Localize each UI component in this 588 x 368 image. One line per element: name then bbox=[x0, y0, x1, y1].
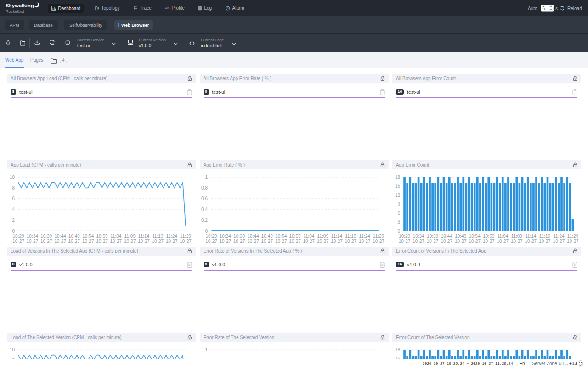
svg-text:11:14: 11:14 bbox=[138, 234, 150, 239]
svg-text:11:24: 11:24 bbox=[166, 234, 178, 239]
svg-text:10:49: 10:49 bbox=[68, 234, 80, 239]
svg-text:10:39: 10:39 bbox=[427, 234, 438, 239]
svg-text:10:34: 10:34 bbox=[219, 234, 231, 239]
svg-text:10-27: 10-27 bbox=[205, 239, 217, 244]
svg-text:4: 4 bbox=[12, 207, 15, 212]
svg-text:10-27: 10-27 bbox=[358, 239, 370, 244]
svg-text:11:14: 11:14 bbox=[331, 234, 342, 239]
svg-text:10:29: 10:29 bbox=[12, 234, 24, 239]
svg-text:10:39: 10:39 bbox=[233, 234, 245, 239]
svg-text:0: 0 bbox=[205, 229, 208, 234]
svg-text:11:29: 11:29 bbox=[180, 234, 192, 239]
svg-text:10:49: 10:49 bbox=[455, 234, 466, 239]
svg-text:11:19: 11:19 bbox=[152, 234, 164, 239]
svg-text:2: 2 bbox=[12, 218, 15, 223]
svg-text:10-27: 10-27 bbox=[152, 239, 164, 244]
svg-text:10:44: 10:44 bbox=[247, 234, 259, 239]
svg-text:0.6: 0.6 bbox=[201, 196, 208, 201]
svg-text:10-27: 10-27 bbox=[539, 239, 551, 244]
svg-text:10-27: 10-27 bbox=[331, 239, 343, 244]
svg-text:10-27: 10-27 bbox=[317, 239, 328, 244]
svg-text:10:59: 10:59 bbox=[483, 234, 494, 239]
svg-text:10-27: 10-27 bbox=[40, 239, 52, 244]
svg-text:10-27: 10-27 bbox=[138, 239, 150, 244]
svg-text:10-27: 10-27 bbox=[233, 239, 245, 244]
svg-text:10-27: 10-27 bbox=[110, 239, 122, 244]
svg-text:11:24: 11:24 bbox=[553, 234, 565, 239]
svg-text:10-27: 10-27 bbox=[54, 239, 66, 244]
svg-text:10-27: 10-27 bbox=[455, 239, 467, 244]
svg-text:10-27: 10-27 bbox=[68, 239, 80, 244]
svg-text:10-27: 10-27 bbox=[483, 239, 495, 244]
svg-text:11:29: 11:29 bbox=[373, 234, 384, 239]
svg-text:10:59: 10:59 bbox=[289, 234, 300, 239]
svg-text:15: 15 bbox=[395, 184, 401, 189]
svg-text:10-27: 10-27 bbox=[413, 239, 424, 244]
svg-text:1: 1 bbox=[205, 347, 208, 352]
svg-text:11:29: 11:29 bbox=[567, 234, 579, 239]
svg-text:10-27: 10-27 bbox=[553, 239, 565, 244]
svg-text:6: 6 bbox=[397, 211, 400, 216]
svg-text:10:49: 10:49 bbox=[261, 234, 272, 239]
svg-text:10-27: 10-27 bbox=[567, 239, 579, 244]
svg-text:10-27: 10-27 bbox=[289, 239, 301, 244]
svg-text:11:09: 11:09 bbox=[511, 234, 523, 239]
svg-text:11:09: 11:09 bbox=[124, 234, 136, 239]
svg-text:10:54: 10:54 bbox=[469, 234, 481, 239]
svg-text:10-27: 10-27 bbox=[247, 239, 259, 244]
svg-text:0.8: 0.8 bbox=[201, 185, 208, 190]
svg-text:10-27: 10-27 bbox=[166, 239, 178, 244]
svg-text:10-27: 10-27 bbox=[345, 239, 356, 244]
svg-text:10: 10 bbox=[10, 175, 15, 180]
svg-text:10-27: 10-27 bbox=[497, 239, 509, 244]
svg-text:6: 6 bbox=[12, 196, 15, 201]
svg-text:10-27: 10-27 bbox=[469, 239, 481, 244]
svg-text:10-27: 10-27 bbox=[261, 239, 273, 244]
svg-text:10:54: 10:54 bbox=[82, 234, 94, 239]
svg-text:10-27: 10-27 bbox=[12, 239, 24, 244]
svg-text:10-27: 10-27 bbox=[303, 239, 315, 244]
svg-text:0: 0 bbox=[397, 229, 400, 234]
svg-text:3: 3 bbox=[397, 219, 400, 224]
svg-text:11:24: 11:24 bbox=[359, 234, 370, 239]
svg-text:10: 10 bbox=[10, 347, 15, 352]
svg-text:18: 18 bbox=[395, 175, 401, 180]
svg-text:10-27: 10-27 bbox=[427, 239, 439, 244]
svg-text:10-27: 10-27 bbox=[27, 239, 39, 244]
svg-text:10-27: 10-27 bbox=[82, 239, 94, 244]
svg-text:12: 12 bbox=[395, 193, 401, 198]
svg-text:10-27: 10-27 bbox=[373, 239, 384, 244]
svg-text:11:19: 11:19 bbox=[345, 234, 356, 239]
svg-text:11:04: 11:04 bbox=[497, 234, 509, 239]
svg-text:11:04: 11:04 bbox=[303, 234, 315, 239]
svg-text:18: 18 bbox=[395, 347, 401, 352]
svg-text:10-27: 10-27 bbox=[525, 239, 537, 244]
svg-text:10-27: 10-27 bbox=[275, 239, 287, 244]
svg-text:11:09: 11:09 bbox=[317, 234, 328, 239]
svg-text:11:14: 11:14 bbox=[525, 234, 537, 239]
svg-text:10:34: 10:34 bbox=[27, 234, 38, 239]
svg-text:10:59: 10:59 bbox=[96, 234, 107, 239]
svg-text:10:29: 10:29 bbox=[205, 234, 217, 239]
svg-text:10:39: 10:39 bbox=[40, 234, 52, 239]
svg-text:11:19: 11:19 bbox=[539, 234, 551, 239]
svg-text:0.4: 0.4 bbox=[201, 207, 208, 212]
svg-text:0: 0 bbox=[12, 229, 15, 234]
svg-text:9: 9 bbox=[397, 201, 400, 207]
svg-text:10-27: 10-27 bbox=[511, 239, 523, 244]
svg-text:10-27: 10-27 bbox=[441, 239, 452, 244]
svg-text:10-27: 10-27 bbox=[219, 239, 231, 244]
svg-text:11:04: 11:04 bbox=[110, 234, 122, 239]
svg-text:10:29: 10:29 bbox=[399, 234, 410, 239]
svg-text:0.2: 0.2 bbox=[201, 218, 208, 223]
svg-text:10:44: 10:44 bbox=[54, 234, 66, 239]
svg-text:10:44: 10:44 bbox=[441, 234, 452, 239]
svg-text:10-27: 10-27 bbox=[124, 239, 136, 244]
svg-text:10:34: 10:34 bbox=[413, 234, 424, 239]
svg-text:10-27: 10-27 bbox=[180, 239, 192, 244]
svg-text:8: 8 bbox=[12, 185, 15, 190]
svg-text:10-27: 10-27 bbox=[399, 239, 411, 244]
svg-text:10:54: 10:54 bbox=[275, 234, 287, 239]
svg-text:10-27: 10-27 bbox=[96, 239, 108, 244]
svg-text:1: 1 bbox=[205, 175, 208, 180]
